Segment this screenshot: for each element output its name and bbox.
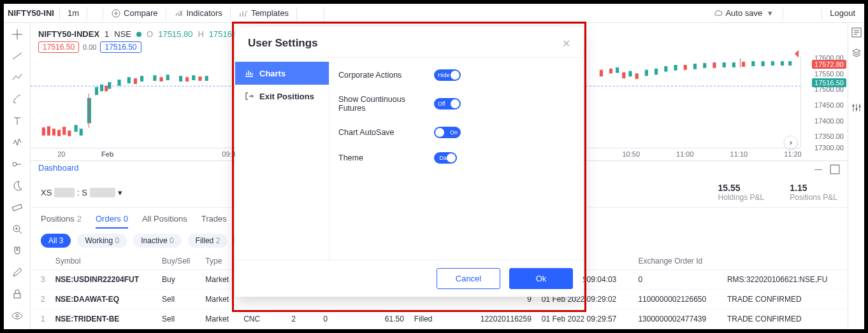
- layers-icon[interactable]: [851, 47, 862, 59]
- svg-rect-48: [160, 78, 163, 81]
- chevron-down-icon: ▾: [118, 188, 122, 197]
- brush-icon[interactable]: [11, 93, 24, 106]
- screen-icon[interactable]: [430, 8, 440, 18]
- svg-rect-51: [600, 70, 602, 76]
- nav-charts[interactable]: Charts: [235, 62, 329, 85]
- pencil-icon[interactable]: [11, 266, 24, 279]
- symbol-readout[interactable]: NIFTY50-INI: [8, 8, 54, 18]
- eye-icon[interactable]: [11, 309, 24, 322]
- chip-working[interactable]: Working 0: [77, 234, 127, 248]
- templates-button[interactable]: Templates: [233, 6, 294, 20]
- gear-icon[interactable]: [786, 8, 796, 18]
- fullscreen-icon[interactable]: [797, 8, 807, 18]
- ok-button[interactable]: Ok: [509, 268, 573, 289]
- tab-orders[interactable]: Orders0: [96, 214, 128, 229]
- magnet-icon[interactable]: [11, 244, 24, 257]
- svg-rect-31: [75, 125, 77, 132]
- svg-rect-39: [127, 78, 130, 83]
- holdings-pnl: 15.55 Holdings P&L: [718, 183, 765, 202]
- right-panel: [848, 23, 864, 329]
- chart-autosave-toggle[interactable]: On: [434, 127, 461, 138]
- setting-chart-autosave-label: Chart AutoSave: [338, 128, 434, 137]
- fx-icon: [174, 8, 184, 18]
- svg-rect-64: [674, 65, 677, 70]
- trend-line-icon[interactable]: [11, 50, 24, 62]
- svg-rect-56: [713, 63, 716, 68]
- cart-icon[interactable]: [350, 8, 360, 18]
- exit-icon: [244, 91, 254, 101]
- modal-pane: Corporate Actions Hide Show Countinuous …: [329, 58, 583, 260]
- candle-style-icon[interactable]: [90, 8, 100, 18]
- chart-icon: [244, 68, 254, 78]
- stats-icon[interactable]: [419, 8, 429, 18]
- chip-inactive[interactable]: Inactive 0: [133, 234, 181, 248]
- plus-circle-icon: [111, 8, 121, 18]
- svg-rect-70: [762, 62, 764, 66]
- user-icon[interactable]: [361, 8, 372, 18]
- svg-rect-65: [694, 64, 697, 69]
- tab-all-positions[interactable]: All Positions: [142, 214, 187, 229]
- indicators-button[interactable]: Indicators: [169, 6, 228, 20]
- undo-icon[interactable]: [300, 8, 310, 18]
- nav-exit-positions[interactable]: Exit Positions: [235, 85, 329, 108]
- checkbox-icon[interactable]: [696, 8, 706, 18]
- svg-rect-69: [752, 62, 755, 66]
- sliders-icon[interactable]: [851, 102, 862, 113]
- crosshair-icon[interactable]: [11, 28, 24, 41]
- zoom-in-icon[interactable]: [11, 223, 24, 236]
- text-tool-icon[interactable]: [11, 115, 24, 127]
- refresh-icon[interactable]: [384, 8, 394, 18]
- autosave-button[interactable]: Auto save▾: [707, 6, 780, 20]
- popout-icon[interactable]: [407, 8, 417, 18]
- camera-icon[interactable]: [809, 8, 819, 18]
- tab-trades[interactable]: Trades: [201, 214, 227, 229]
- templates-icon: [238, 8, 249, 18]
- svg-rect-67: [723, 63, 725, 67]
- account-selector[interactable]: XS : S ▾: [41, 188, 122, 197]
- svg-rect-26: [47, 127, 50, 135]
- axis-tag-high: 17572.80: [812, 60, 846, 69]
- chip-filled[interactable]: Filled 2: [188, 234, 228, 248]
- continuous-futures-toggle[interactable]: Off: [434, 98, 461, 110]
- compare-button[interactable]: Compare: [106, 6, 163, 20]
- tab-positions[interactable]: Positions2: [41, 214, 82, 229]
- close-icon[interactable]: ✕: [562, 38, 570, 50]
- logout-button[interactable]: Logout: [825, 6, 860, 20]
- forecast-icon[interactable]: [11, 158, 24, 171]
- redo-icon[interactable]: [311, 8, 321, 18]
- users-icon[interactable]: [373, 8, 383, 18]
- svg-rect-59: [616, 67, 619, 73]
- watchlist-icon[interactable]: [851, 27, 862, 38]
- minimize-icon[interactable]: —: [813, 164, 823, 174]
- chevron-down-icon: ▾: [765, 8, 775, 18]
- maximize-panel-icon[interactable]: [830, 164, 840, 174]
- svg-rect-47: [134, 79, 136, 84]
- svg-point-16: [13, 162, 17, 166]
- tool-icon-1[interactable]: [327, 8, 337, 18]
- setting-continuous-futures-label: Show Countinuous Futures: [338, 95, 434, 113]
- setting-corporate-actions-label: Corporate Actions: [338, 71, 434, 80]
- fib-icon[interactable]: [11, 71, 24, 84]
- positions-pnl: 1.15 Positions P&L: [790, 183, 837, 202]
- corporate-actions-toggle[interactable]: Hide: [434, 69, 461, 81]
- chip-all[interactable]: All 3: [41, 234, 71, 248]
- table-row[interactable]: 1NSE:TRIDENT-BESellMarketCNC2061.50Fille…: [31, 309, 848, 329]
- interval-button[interactable]: 1m: [62, 6, 84, 20]
- dashboard-tab[interactable]: Dashboard: [38, 163, 79, 175]
- price-axis[interactable]: 17600.00 17550.00 17500.00 17450.00 1740…: [800, 55, 848, 148]
- svg-rect-17: [12, 204, 22, 211]
- pattern-icon[interactable]: [11, 136, 24, 149]
- cancel-button[interactable]: Cancel: [437, 268, 500, 289]
- svg-rect-71: [771, 62, 774, 66]
- theme-toggle[interactable]: Dark: [434, 152, 457, 164]
- target-icon[interactable]: [338, 8, 349, 18]
- lock-icon[interactable]: [11, 288, 24, 301]
- download-icon[interactable]: [396, 8, 406, 18]
- svg-rect-43: [179, 76, 182, 81]
- moon-icon[interactable]: [11, 180, 24, 192]
- svg-rect-41: [154, 76, 156, 81]
- svg-rect-49: [186, 78, 189, 81]
- svg-rect-61: [645, 70, 647, 76]
- svg-rect-50: [199, 77, 201, 81]
- ruler-icon[interactable]: [11, 201, 24, 214]
